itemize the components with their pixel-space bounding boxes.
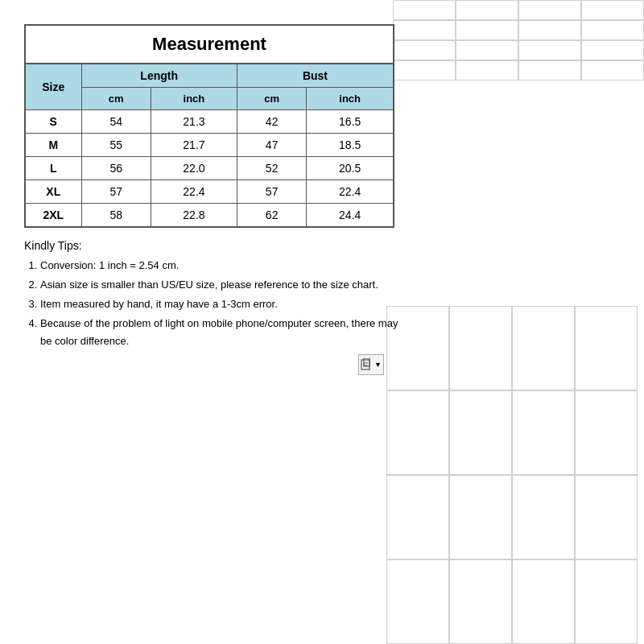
- bust-inch-header: inch: [307, 88, 394, 110]
- tips-item: Item measured by hand, it may have a 1-3…: [40, 295, 411, 313]
- length-inch-header: inch: [151, 88, 237, 110]
- paste-options-icon[interactable]: ▼: [358, 354, 384, 375]
- table-row: S5421.34216.5: [25, 110, 394, 134]
- size-cell: XL: [25, 180, 81, 204]
- bust-inch-cell: 24.4: [307, 204, 394, 228]
- grid-cell: [449, 390, 512, 475]
- grid-cell: [575, 306, 638, 390]
- length-cm-cell: 58: [81, 204, 151, 228]
- title-row: Measurement: [25, 25, 394, 64]
- table-row: 2XL5822.86224.4: [25, 204, 394, 228]
- grid-cell: [512, 559, 575, 644]
- size-cell: S: [25, 110, 81, 134]
- bust-cm-cell: 47: [237, 134, 306, 157]
- grid-cell: [512, 475, 575, 559]
- grid-cell: [456, 40, 518, 60]
- length-inch-cell: 22.4: [151, 180, 237, 204]
- length-inch-cell: 22.0: [151, 157, 237, 180]
- grid-cell: [518, 0, 581, 20]
- grid-cell: [449, 306, 512, 390]
- grid-cell: [456, 0, 518, 20]
- spreadsheet-grid-bottom: [386, 306, 644, 644]
- grid-cell: [386, 475, 449, 559]
- bust-cm-cell: 57: [237, 180, 306, 204]
- grid-cell: [386, 559, 449, 644]
- length-cm-cell: 54: [81, 110, 151, 134]
- length-header: Length: [81, 64, 237, 88]
- bust-cm-header: cm: [237, 88, 306, 110]
- content-area: Measurement Size Length Bust cm inch cm …: [24, 24, 411, 352]
- paste-icon-svg: [361, 358, 374, 371]
- grid-cell: [449, 475, 512, 559]
- header-group-row: Size Length Bust: [25, 64, 394, 88]
- grid-cell: [581, 0, 644, 20]
- bust-cm-cell: 52: [237, 157, 306, 180]
- tips-section: Kindly Tips: Conversion: 1 inch = 2.54 c…: [24, 239, 411, 350]
- length-cm-cell: 56: [81, 157, 151, 180]
- grid-cell: [575, 475, 638, 559]
- grid-cell: [518, 20, 581, 40]
- grid-cell: [581, 60, 644, 80]
- length-cm-cell: 57: [81, 180, 151, 204]
- bust-inch-cell: 20.5: [307, 157, 394, 180]
- length-cm-cell: 55: [81, 134, 151, 157]
- size-cell: 2XL: [25, 204, 81, 228]
- table-body: S5421.34216.5M5521.74718.5L5622.05220.5X…: [25, 110, 394, 228]
- grid-cell: [518, 40, 581, 60]
- table-row: L5622.05220.5: [25, 157, 394, 180]
- bust-header: Bust: [237, 64, 394, 88]
- grid-cell: [449, 559, 512, 644]
- grid-cell: [393, 0, 456, 20]
- table-row: M5521.74718.5: [25, 134, 394, 157]
- paste-dropdown-arrow: ▼: [374, 361, 382, 369]
- spreadsheet-grid-top-right: [393, 0, 644, 121]
- grid-cell: [456, 20, 518, 40]
- size-cell: M: [25, 134, 81, 157]
- grid-cell: [386, 390, 449, 475]
- grid-cell: [518, 60, 581, 80]
- grid-cell: [581, 40, 644, 60]
- bust-cm-cell: 62: [237, 204, 306, 228]
- bust-cm-cell: 42: [237, 110, 306, 134]
- tips-title: Kindly Tips:: [24, 239, 411, 252]
- tips-item: Conversion: 1 inch = 2.54 cm.: [40, 257, 411, 275]
- grid-cell: [581, 20, 644, 40]
- tips-item: Asian size is smaller than US/EU size, p…: [40, 276, 411, 294]
- tips-item: Because of the problem of light on mobil…: [40, 315, 411, 350]
- tips-list: Conversion: 1 inch = 2.54 cm.Asian size …: [24, 257, 411, 350]
- bust-inch-cell: 18.5: [307, 134, 394, 157]
- svg-rect-0: [361, 360, 369, 369]
- grid-cell: [575, 559, 638, 644]
- bust-inch-cell: 22.4: [307, 180, 394, 204]
- grid-cell: [456, 60, 518, 80]
- length-inch-cell: 21.3: [151, 110, 237, 134]
- grid-cell: [575, 390, 638, 475]
- measurement-table: Measurement Size Length Bust cm inch cm …: [24, 24, 394, 228]
- length-inch-cell: 22.8: [151, 204, 237, 228]
- length-inch-cell: 21.7: [151, 134, 237, 157]
- size-header: Size: [25, 64, 81, 110]
- table-title: Measurement: [25, 25, 394, 64]
- grid-cell: [512, 306, 575, 390]
- grid-cell: [512, 390, 575, 475]
- page-wrapper: Measurement Size Length Bust cm inch cm …: [0, 0, 644, 644]
- size-cell: L: [25, 157, 81, 180]
- table-row: XL5722.45722.4: [25, 180, 394, 204]
- bust-inch-cell: 16.5: [307, 110, 394, 134]
- length-cm-header: cm: [81, 88, 151, 110]
